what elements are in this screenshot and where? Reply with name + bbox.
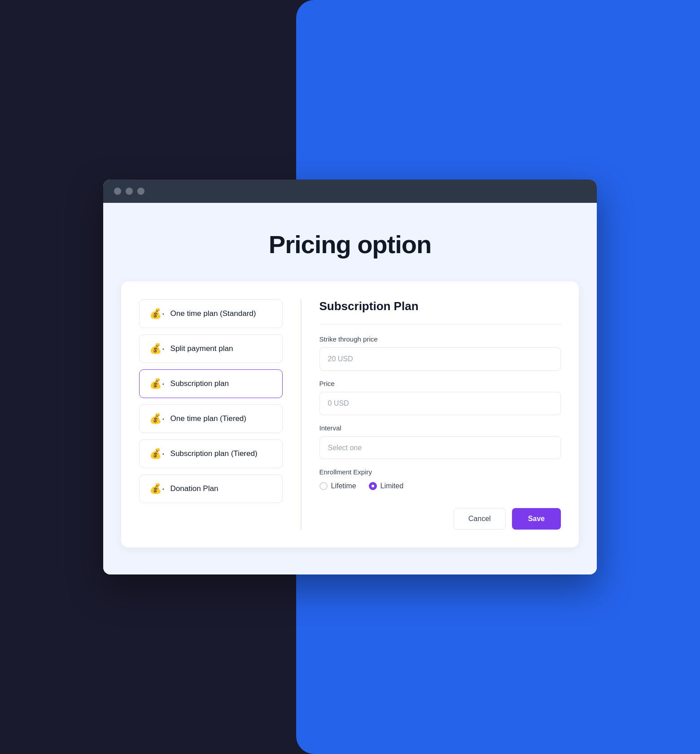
money-bag-icon-5: 💰▪ (149, 448, 164, 460)
pricing-card: 💰▪ One time plan (Standard) 💰▪ Split pay… (121, 281, 579, 548)
enrollment-expiry-options: Lifetime Limited (319, 482, 561, 490)
plan-item-one-time-standard[interactable]: 💰▪ One time plan (Standard) (139, 299, 283, 328)
price-label: Price (319, 380, 561, 387)
plan-item-one-time-tiered[interactable]: 💰▪ One time plan (Tiered) (139, 404, 283, 433)
plan-item-split-payment[interactable]: 💰▪ Split payment plan (139, 334, 283, 363)
price-input[interactable] (319, 392, 561, 415)
plan-label-one-time-standard: One time plan (Standard) (171, 309, 256, 318)
form-actions: Cancel Save (319, 508, 561, 530)
vertical-divider (301, 299, 302, 530)
plan-label-one-time-tiered: One time plan (Tiered) (171, 414, 246, 423)
page-title: Pricing option (121, 230, 579, 259)
lifetime-radio[interactable] (319, 482, 328, 490)
money-bag-icon-3: 💰▪ (149, 378, 164, 390)
plan-label-donation: Donation Plan (171, 484, 219, 493)
plan-label-subscription: Subscription plan (171, 379, 229, 388)
money-bag-icon-4: 💰▪ (149, 413, 164, 425)
browser-dot-green (137, 188, 144, 195)
limited-option[interactable]: Limited (369, 482, 404, 490)
plan-item-donation[interactable]: 💰▪ Donation Plan (139, 474, 283, 503)
interval-label: Interval (319, 424, 561, 432)
form-divider (319, 324, 561, 324)
plan-item-subscription-tiered[interactable]: 💰▪ Subscription plan (Tiered) (139, 439, 283, 468)
plan-item-subscription[interactable]: 💰▪ Subscription plan (139, 369, 283, 398)
limited-radio[interactable] (369, 482, 377, 490)
plan-label-subscription-tiered: Subscription plan (Tiered) (171, 449, 258, 458)
browser-dot-yellow (126, 188, 133, 195)
plan-list: 💰▪ One time plan (Standard) 💰▪ Split pay… (139, 299, 283, 530)
form-title: Subscription Plan (319, 299, 561, 313)
browser-titlebar (103, 180, 597, 203)
plan-label-split-payment: Split payment plan (171, 344, 233, 353)
strike-through-price-input[interactable] (319, 347, 561, 371)
money-bag-icon-2: 💰▪ (149, 343, 164, 355)
interval-select[interactable]: Select one Monthly Yearly Weekly (319, 436, 561, 459)
browser-dot-red (114, 188, 121, 195)
enrollment-expiry-label: Enrollment Expiry (319, 468, 561, 476)
browser-window: Pricing option 💰▪ One time plan (Standar… (103, 180, 597, 574)
cancel-button[interactable]: Cancel (454, 508, 506, 530)
lifetime-label: Lifetime (331, 482, 356, 490)
money-bag-icon-6: 💰▪ (149, 483, 164, 495)
strike-through-price-label: Strike through price (319, 335, 561, 343)
lifetime-option[interactable]: Lifetime (319, 482, 356, 490)
browser-content: Pricing option 💰▪ One time plan (Standar… (103, 203, 597, 574)
limited-label: Limited (381, 482, 404, 490)
subscription-form: Subscription Plan Strike through price P… (319, 299, 561, 530)
save-button[interactable]: Save (512, 508, 561, 530)
money-bag-icon-1: 💰▪ (149, 308, 164, 320)
